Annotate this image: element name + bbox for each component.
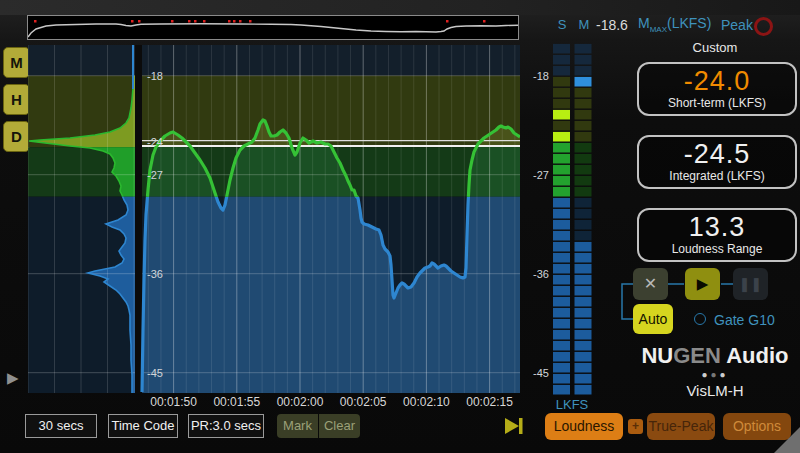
- gate-radio[interactable]: [694, 313, 706, 325]
- mmax-label: MMAX(LKFS): [638, 15, 711, 34]
- clear-button[interactable]: Clear: [319, 414, 360, 438]
- play-icon: ▶: [697, 275, 709, 292]
- svg-text:-27: -27: [147, 169, 163, 181]
- svg-text:00:02:05: 00:02:05: [340, 395, 387, 409]
- integrated-label: Integrated (LKFS): [639, 169, 795, 183]
- mmax-unit: (LKFS): [667, 15, 711, 31]
- stop-reset-button[interactable]: ✕: [633, 268, 668, 300]
- pause-button[interactable]: ❚❚: [733, 268, 768, 300]
- overview-waveform: [28, 16, 518, 39]
- meter-unit-label: LKFS: [548, 397, 596, 412]
- logo-nu: NU: [641, 343, 673, 368]
- meter-bars: -18-27-36-45: [528, 40, 594, 400]
- peak-label: Peak: [721, 17, 753, 33]
- svg-text:-36: -36: [533, 268, 549, 280]
- resize-grip[interactable]: [774, 427, 800, 453]
- svg-text:00:02:10: 00:02:10: [403, 395, 450, 409]
- pause-icon: ❚❚: [739, 276, 762, 292]
- svg-text:-18: -18: [147, 70, 163, 82]
- svg-text:-45: -45: [533, 367, 549, 379]
- product-name: VisLM-H: [627, 382, 800, 399]
- short-term-value: -24.0: [639, 66, 795, 96]
- preset-name: Custom: [637, 40, 793, 55]
- mode-button-d[interactable]: D: [3, 121, 30, 152]
- truepeak-tab-button[interactable]: True-Peak: [647, 413, 715, 440]
- nugen-logo: NUGEN Audio: [627, 343, 800, 369]
- svg-text:-24: -24: [147, 136, 163, 148]
- close-icon: ✕: [644, 275, 657, 292]
- short-term-label: Short-term (LKFS): [639, 96, 795, 110]
- mode-button-h[interactable]: H: [3, 84, 30, 115]
- loudness-range-readout[interactable]: 13.3 Loudness Range: [637, 208, 797, 262]
- svg-text:-27: -27: [533, 169, 549, 181]
- svg-text:00:01:55: 00:01:55: [213, 395, 260, 409]
- overview-strip[interactable]: [27, 15, 519, 40]
- integrated-readout[interactable]: -24.5 Integrated (LKFS): [637, 135, 797, 189]
- window-top-bar: [0, 0, 800, 15]
- meter-s-label: S: [553, 17, 571, 32]
- svg-text:00:02:15: 00:02:15: [466, 395, 513, 409]
- integrated-value: -24.5: [639, 139, 795, 169]
- pr-button[interactable]: PR:3.0 secs: [188, 414, 264, 438]
- logo-audio: Audio: [721, 343, 789, 368]
- loudness-tab-button[interactable]: Loudness: [545, 413, 623, 440]
- play-button[interactable]: ▶: [685, 268, 720, 300]
- logo-gen: GEN: [673, 343, 721, 368]
- loudness-range-value: 13.3: [639, 212, 795, 242]
- mmax-m: M: [638, 15, 650, 31]
- svg-text:-18: -18: [533, 70, 549, 82]
- mode-button-m[interactable]: M: [3, 47, 30, 78]
- scroll-right-icon[interactable]: ▶: [7, 369, 19, 387]
- auto-button[interactable]: Auto: [633, 304, 673, 334]
- svg-text:-36: -36: [147, 268, 163, 280]
- svg-text:-45: -45: [147, 367, 163, 379]
- short-term-readout[interactable]: -24.0 Short-term (LKFS): [637, 62, 797, 116]
- loudness-history-chart: -18-24-27-36-4500:01:5000:01:5500:02:000…: [28, 45, 520, 410]
- svg-text:00:02:00: 00:02:00: [277, 395, 324, 409]
- meter-m-label: M: [575, 17, 593, 32]
- mark-button[interactable]: Mark: [277, 414, 318, 438]
- mmax-sub: MAX: [650, 25, 667, 34]
- loudness-range-label: Loudness Range: [639, 242, 795, 256]
- gate-label: Gate G10: [714, 312, 775, 328]
- skip-to-end-icon[interactable]: [504, 417, 526, 435]
- window-length-button[interactable]: 30 secs: [25, 414, 97, 438]
- timecode-button[interactable]: Time Code: [108, 414, 178, 438]
- mmax-value: -18.6: [596, 17, 628, 33]
- peak-indicator[interactable]: [754, 17, 773, 36]
- svg-text:00:01:50: 00:01:50: [150, 395, 197, 409]
- link-plus-button[interactable]: +: [628, 419, 643, 434]
- logo-dots: ●●●: [627, 369, 800, 380]
